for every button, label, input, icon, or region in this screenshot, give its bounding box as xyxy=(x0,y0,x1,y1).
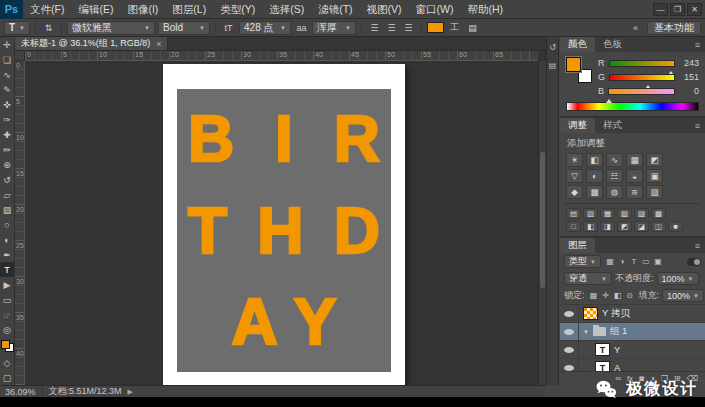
preset-icon[interactable]: ◫ xyxy=(651,221,666,232)
channel-slider[interactable] xyxy=(608,88,675,95)
adjustment-icon[interactable]: ◧ xyxy=(586,153,603,167)
preset-icon[interactable]: ◩ xyxy=(617,221,632,232)
font-style-select[interactable]: Bold▼ xyxy=(158,21,210,35)
adjustment-icon[interactable]: ▽ xyxy=(566,169,583,183)
adjustment-icon[interactable]: ▨ xyxy=(646,185,663,199)
adjustment-icon[interactable]: ◩ xyxy=(646,153,663,167)
filter-toggle[interactable] xyxy=(687,258,701,266)
tab-styles[interactable]: 样式 xyxy=(595,118,630,133)
menu-item-6[interactable]: 选择(S) xyxy=(262,0,311,19)
toggle-panels-icon[interactable]: ▤ xyxy=(465,21,480,35)
text-layer-thumbnail[interactable]: T xyxy=(595,343,610,356)
crop-tool[interactable]: ✜ xyxy=(0,97,15,112)
preset-icon[interactable]: ◨ xyxy=(600,221,615,232)
preset-icon[interactable]: ▤ xyxy=(566,208,581,219)
adjustment-icon[interactable]: ☀ xyxy=(566,153,583,167)
filter-kind-icon[interactable]: T xyxy=(628,257,640,266)
lasso-tool[interactable]: ∿ xyxy=(0,67,15,82)
text-color-swatch[interactable] xyxy=(427,22,444,33)
font-size-select[interactable]: 428 点▼ xyxy=(239,21,291,35)
gradient-tool[interactable]: ▨ xyxy=(0,202,15,217)
lock-icon[interactable]: ◧ xyxy=(612,291,624,300)
horizontal-ruler[interactable]: 05101520253035404550556065 xyxy=(25,51,538,61)
adjustment-icon[interactable]: ≋ xyxy=(626,185,643,199)
preset-icon[interactable]: ◧ xyxy=(583,221,598,232)
menu-item-10[interactable]: 帮助(H) xyxy=(461,0,511,19)
layer-row[interactable]: ▼组 1 xyxy=(560,323,705,341)
adjustment-icon[interactable]: ▣ xyxy=(646,169,663,183)
vertical-scrollbar[interactable] xyxy=(538,61,546,385)
channel-slider[interactable] xyxy=(609,60,676,67)
history-panel-icon[interactable]: ↺ xyxy=(549,43,556,52)
channel-value[interactable]: 151 xyxy=(679,72,699,82)
menu-item-1[interactable]: 文件(F) xyxy=(23,0,71,19)
document-page[interactable]: BIRTHDAY xyxy=(163,64,405,385)
tab-layers[interactable]: 图层 xyxy=(560,238,595,253)
type-tool[interactable]: T xyxy=(0,262,15,277)
preset-icon[interactable]: ▨ xyxy=(634,208,649,219)
adjustment-icon[interactable]: ∿ xyxy=(606,153,623,167)
adjustment-icon[interactable]: ◒ xyxy=(626,169,643,183)
layer-name[interactable]: A xyxy=(614,362,620,371)
adjustment-icon[interactable]: ☷ xyxy=(606,169,623,183)
tab-adjustments[interactable]: 调整 xyxy=(560,118,595,133)
layer-filter-select[interactable]: 类型▼ xyxy=(564,255,601,268)
tab-color[interactable]: 颜色 xyxy=(560,37,595,52)
filter-kind-icon[interactable]: ▭ xyxy=(640,257,652,266)
eyedropper-tool[interactable]: ✑ xyxy=(0,112,15,127)
font-family-select[interactable]: 微软雅黑▼ xyxy=(67,21,155,35)
visibility-toggle[interactable] xyxy=(560,341,579,358)
preset-icon[interactable]: ▧ xyxy=(617,208,632,219)
visibility-toggle[interactable] xyxy=(560,323,579,340)
fill-select[interactable]: 100%▼ xyxy=(662,289,704,302)
rectangle-tool[interactable]: ▭ xyxy=(0,292,15,307)
hand-tool[interactable]: ☞ xyxy=(0,307,15,322)
foreground-color-swatch[interactable] xyxy=(566,57,581,72)
foreground-color-swatch[interactable] xyxy=(1,340,10,349)
close-tab-icon[interactable]: × xyxy=(156,39,161,49)
preset-icon[interactable]: ◪ xyxy=(634,221,649,232)
pen-tool[interactable]: ✒ xyxy=(0,247,15,262)
preset-icon[interactable]: ▥ xyxy=(583,208,598,219)
layer-row[interactable]: TA xyxy=(560,359,705,371)
channel-slider[interactable] xyxy=(609,74,675,81)
lock-icon[interactable]: ⊙ xyxy=(624,291,636,300)
quick-mask-icon[interactable]: ◇ xyxy=(0,355,15,370)
tool-preset-picker[interactable]: T▼ xyxy=(4,21,30,35)
workspace-button[interactable]: 基本功能 xyxy=(647,21,701,35)
text-layer-thumbnail[interactable]: T xyxy=(595,361,610,371)
anti-alias-select[interactable]: 浑厚▼ xyxy=(312,21,356,35)
adjustment-icon[interactable]: ▦ xyxy=(626,153,643,167)
close-button[interactable]: ✕ xyxy=(687,3,702,16)
menu-item-8[interactable]: 视图(V) xyxy=(360,0,409,19)
minimize-button[interactable]: — xyxy=(653,3,668,16)
zoom-level[interactable]: 36.09% xyxy=(5,387,36,397)
eraser-tool[interactable]: ▱ xyxy=(0,187,15,202)
document-tab[interactable]: 未标题-1 @ 36.1%(组 1, RGB/8) × xyxy=(15,37,168,50)
expand-arrow-icon[interactable]: ▼ xyxy=(583,329,589,335)
move-tool[interactable]: ✛ xyxy=(0,37,15,52)
text-orientation-icon[interactable]: ⇅ xyxy=(41,21,56,35)
preset-icon[interactable]: ▦ xyxy=(600,208,615,219)
color-spectrum-ramp[interactable] xyxy=(566,102,699,111)
preset-icon[interactable]: ■ xyxy=(668,221,683,232)
panel-menu-icon[interactable]: ≡ xyxy=(690,37,705,52)
brush-tool[interactable]: ✏ xyxy=(0,142,15,157)
collapse-icon[interactable]: « xyxy=(628,21,643,35)
adjustment-icon[interactable]: ▩ xyxy=(586,185,603,199)
menu-item-2[interactable]: 编辑(E) xyxy=(71,0,120,19)
healing-brush-tool[interactable]: ✚ xyxy=(0,127,15,142)
opacity-select[interactable]: 100%▼ xyxy=(657,272,699,285)
vertical-ruler[interactable]: 0510152025303540 xyxy=(15,61,25,385)
blur-tool[interactable]: ○ xyxy=(0,217,15,232)
panel-menu-icon[interactable]: ≡ xyxy=(690,118,705,133)
warp-text-icon[interactable]: 工 xyxy=(447,21,462,35)
status-menu-arrow-icon[interactable]: ▶ xyxy=(128,388,133,396)
adjustment-icon[interactable]: ◍ xyxy=(606,185,623,199)
menu-item-5[interactable]: 类型(Y) xyxy=(213,0,262,19)
marquee-tool[interactable]: ❏ xyxy=(0,52,15,67)
dodge-tool[interactable]: ◐ xyxy=(0,232,15,247)
menu-item-4[interactable]: 图层(L) xyxy=(165,0,213,19)
layer-row[interactable]: Y 拷贝 xyxy=(560,305,705,323)
align-center-icon[interactable]: ☰ xyxy=(384,21,399,35)
